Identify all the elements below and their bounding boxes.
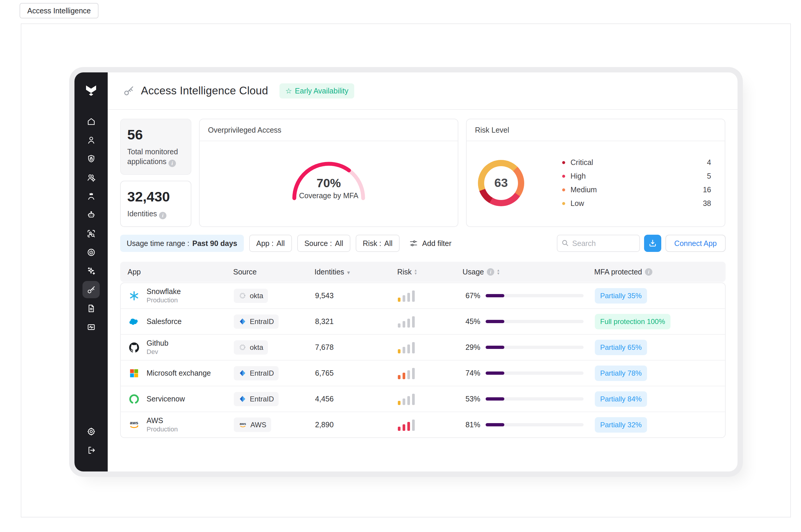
usage-bar — [485, 397, 584, 401]
info-icon[interactable]: i — [487, 268, 494, 276]
risk-bar — [407, 293, 410, 302]
identities-cell: 7,678 — [315, 343, 398, 352]
risk-bar — [398, 323, 400, 327]
sidebar-nav — [82, 113, 100, 337]
app-name: AWS — [147, 416, 178, 425]
filter-risk[interactable]: Risk :All — [356, 235, 400, 252]
table-row[interactable]: Servicenow EntraID 4,456 53% Partially 8… — [121, 386, 725, 412]
usage-bar — [485, 320, 584, 323]
sidebar-item-shield-lock[interactable] — [82, 150, 100, 167]
app-environment: Production — [147, 425, 178, 434]
gauge-value: 70% — [289, 176, 368, 190]
app-cell: Microsoft exchange — [121, 367, 234, 379]
star-icon: ☆ — [285, 87, 292, 95]
usage-bar-fill — [485, 294, 504, 297]
sidebar-item-scan-user[interactable] — [82, 225, 100, 242]
app-window: Access Intelligence Cloud ☆ Early Availa… — [74, 72, 738, 472]
source-cell: okta — [234, 289, 315, 303]
source-cell: okta — [234, 340, 315, 355]
usage-bar-fill — [485, 397, 504, 401]
table-row[interactable]: aws AWS Production aws AWS 2,890 81% Par… — [121, 412, 725, 437]
github-icon — [128, 342, 140, 354]
sidebar-item-power-target[interactable] — [82, 244, 100, 261]
sidebar-item-monitor-pulse[interactable] — [82, 318, 100, 336]
risk-cell — [398, 290, 463, 302]
sidebar-item-user-crown[interactable] — [82, 188, 100, 205]
risk-bar — [412, 290, 415, 302]
sidebar-item-document[interactable] — [82, 300, 100, 317]
sidebar-item-settings-gear[interactable] — [82, 423, 100, 440]
table-row[interactable]: Microsoft exchange EntraID 6,765 74% Par… — [121, 360, 725, 386]
connect-app-button[interactable]: Connect App — [665, 235, 726, 252]
risk-bar — [398, 401, 400, 405]
risk-bar — [407, 396, 410, 405]
export-download-button[interactable] — [644, 235, 661, 252]
identities-cell: 2,890 — [315, 420, 398, 429]
sort-icon: ▴▾ — [415, 268, 417, 275]
sidebar-item-user[interactable] — [82, 131, 100, 149]
risk-mini-chart — [398, 342, 463, 354]
legend-value: 4 — [707, 158, 711, 167]
aws-icon: aws — [239, 420, 247, 429]
column-header-risk[interactable]: Risk▴▾ — [397, 268, 462, 276]
table-row[interactable]: Salesforce EntraID 8,321 45% Full protec… — [121, 308, 725, 334]
mfa-protection-badge: Partially 78% — [595, 365, 647, 381]
source-badge: EntraID — [234, 366, 279, 380]
access-intelligence-back-button[interactable]: Access Intelligence — [20, 3, 98, 18]
mfa-cell: Partially 78% — [595, 365, 726, 381]
risk-bar — [398, 298, 400, 302]
legend-value: 38 — [703, 199, 711, 208]
gauge-text: 70% Coverage by MFA — [289, 176, 368, 200]
risk-legend-row: Critical 4 — [562, 158, 711, 167]
content: 56 Total monitored applications i 32,430… — [120, 109, 726, 472]
add-filter-button[interactable]: Add filter — [409, 239, 452, 248]
microsoft-icon — [128, 367, 140, 379]
risk-bar — [398, 427, 400, 431]
column-header-usage[interactable]: Usagei▴▾ — [462, 268, 594, 276]
gauge-label: Coverage by MFA — [289, 191, 368, 200]
legend-label: Low — [571, 199, 703, 208]
stat-label: Total monitored applications i — [127, 147, 184, 167]
table-row[interactable]: Github Dev okta 7,678 29% Partially 65% — [121, 334, 725, 360]
risk-mini-chart — [398, 393, 463, 405]
filter-source[interactable]: Source :All — [297, 235, 350, 252]
usage-bar — [485, 346, 584, 349]
filter-usage-time-range[interactable]: Usage time range : Past 90 days — [120, 235, 244, 252]
stat-identities[interactable]: 32,430 Identities i — [120, 181, 191, 227]
info-icon[interactable]: i — [645, 268, 652, 276]
source-cell: EntraID — [234, 366, 315, 380]
sidebar-item-users-gear[interactable] — [82, 169, 100, 186]
usage-cell: 53% — [463, 395, 595, 403]
risk-mini-chart — [398, 316, 463, 327]
usage-percent: 29% — [463, 343, 480, 352]
entra-icon — [239, 318, 247, 325]
chevron-down-icon: ▾ — [347, 269, 350, 276]
info-icon[interactable]: i — [169, 159, 176, 167]
table-row[interactable]: Snowflake Production okta 9,543 67% Part… — [121, 283, 725, 308]
risk-bar — [403, 373, 405, 379]
sidebar-item-home[interactable] — [82, 113, 100, 130]
column-header-identities[interactable]: Identities▾ — [314, 268, 397, 276]
sidebar-item-logout[interactable] — [82, 441, 100, 459]
sidebar-item-key[interactable] — [82, 281, 100, 298]
download-icon — [648, 239, 657, 248]
sidebar-item-sparkles[interactable] — [82, 262, 100, 280]
column-header-mfa-protected: MFA protectedi — [594, 268, 726, 276]
usage-percent: 53% — [463, 395, 480, 403]
sidebar-item-robot[interactable] — [82, 206, 100, 224]
search-input[interactable] — [557, 235, 640, 252]
info-icon[interactable]: i — [159, 212, 167, 219]
risk-bar — [403, 398, 405, 405]
risk-bar — [398, 375, 400, 379]
usage-cell: 29% — [463, 343, 595, 352]
donut-hole: 63 — [484, 166, 518, 200]
app-name: Github — [147, 339, 169, 348]
filter-app[interactable]: App :All — [249, 235, 292, 252]
usage-percent: 45% — [463, 317, 480, 326]
risk-legend: Critical 4 High 5 Medium 16 Low 38 — [562, 158, 711, 208]
risk-cell — [398, 342, 463, 354]
stat-total-apps[interactable]: 56 Total monitored applications i — [120, 119, 191, 175]
usage-cell: 81% — [463, 420, 595, 429]
source-badge: EntraID — [234, 392, 279, 406]
overprivileged-access-panel: Overprivileged Access 70% Coverage by MF… — [199, 119, 458, 227]
